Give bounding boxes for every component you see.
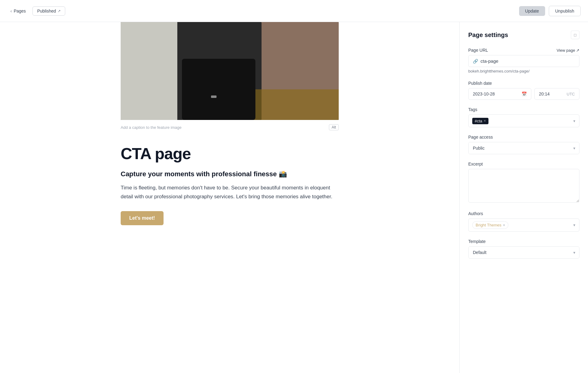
template-field-group: Template Default Custom ▾ — [468, 239, 579, 259]
tags-label: Tags — [468, 107, 579, 112]
sidebar-toggle-icon: □ — [574, 33, 576, 37]
sidebar-title: Page settings — [468, 32, 508, 39]
authors-dropdown[interactable]: Bright Themes × ▾ — [468, 218, 579, 232]
date-input[interactable] — [473, 91, 519, 96]
pages-label: Pages — [14, 9, 26, 13]
feature-image-container: Add a caption to the feature image Alt — [121, 22, 339, 133]
page-access-select-wrapper: Public Members only Paid members only ▾ — [468, 142, 579, 154]
page-url-field-group: Page URL View page ↗ 🔗 bokeh.brighttheme… — [468, 48, 579, 73]
svg-rect-6 — [121, 22, 177, 120]
pages-back-button[interactable]: ‹ Pages — [7, 7, 29, 15]
page-access-select[interactable]: Public Members only Paid members only — [469, 142, 579, 154]
time-input[interactable] — [539, 91, 564, 96]
page-body-text: Time is fleeting, but memories don't hav… — [121, 184, 339, 201]
caption-text: Add a caption to the feature image — [121, 125, 182, 130]
authors-label: Authors — [468, 211, 579, 216]
update-button[interactable]: Update — [519, 6, 545, 16]
page-url-label: Page URL — [468, 48, 488, 53]
svg-rect-7 — [243, 89, 339, 120]
tag-remove-button[interactable]: × — [484, 119, 486, 123]
time-input-wrapper[interactable]: UTC — [534, 88, 579, 100]
published-badge[interactable]: Published ↗ — [32, 6, 65, 16]
link-icon: 🔗 — [473, 59, 478, 64]
tags-field-group: Tags #cta × ▾ — [468, 107, 579, 127]
caption-bar: Add a caption to the feature image Alt — [121, 122, 339, 133]
publish-date-label: Publish date — [468, 81, 579, 86]
page-subtitle: Capture your moments with professional f… — [121, 170, 339, 179]
url-input[interactable] — [481, 58, 575, 64]
tags-dropdown[interactable]: #cta × ▾ — [468, 114, 579, 127]
author-chip: Bright Themes × — [472, 221, 508, 229]
excerpt-label: Excerpt — [468, 162, 579, 166]
sidebar-collapse-button[interactable]: □ — [571, 31, 579, 39]
chevron-left-icon: ‹ — [10, 9, 12, 13]
page-access-field-group: Page access Public Members only Paid mem… — [468, 135, 579, 154]
cta-button[interactable]: Let's meet! — [121, 211, 164, 225]
template-label: Template — [468, 239, 579, 244]
svg-rect-9 — [211, 95, 217, 98]
topbar: ‹ Pages Published ↗ Update Unpublish — [0, 0, 588, 22]
view-page-label: View page — [557, 48, 575, 53]
template-select[interactable]: Default Custom — [469, 247, 579, 258]
photographer-svg — [121, 22, 339, 120]
date-input-wrapper[interactable]: 📅 — [468, 88, 531, 100]
view-page-link[interactable]: View page ↗ — [557, 48, 579, 53]
page-access-label: Page access — [468, 135, 579, 140]
calendar-icon[interactable]: 📅 — [522, 91, 527, 96]
svg-rect-8 — [182, 59, 255, 120]
feature-image[interactable] — [121, 22, 339, 120]
sidebar: Page settings □ Page URL View page ↗ 🔗 b… — [459, 22, 588, 373]
view-page-arrow-icon: ↗ — [576, 48, 579, 53]
authors-inner: Bright Themes × — [472, 221, 508, 229]
author-remove-button[interactable]: × — [503, 223, 505, 227]
tag-value: #cta — [475, 119, 482, 123]
page-body: CTA page Capture your moments with profe… — [121, 133, 339, 225]
author-value: Bright Themes — [476, 223, 501, 227]
sidebar-header: Page settings □ — [468, 31, 579, 39]
url-input-wrapper[interactable]: 🔗 — [468, 55, 579, 67]
published-label: Published — [37, 9, 56, 13]
alt-badge[interactable]: Alt — [329, 124, 339, 130]
authors-field-group: Authors Bright Themes × ▾ — [468, 211, 579, 232]
authors-chevron-icon: ▾ — [573, 223, 575, 227]
utc-label: UTC — [567, 92, 575, 96]
excerpt-textarea[interactable] — [468, 169, 579, 203]
tags-inner: #cta × — [472, 118, 488, 124]
content-area: Add a caption to the feature image Alt C… — [0, 22, 459, 373]
url-display: bokeh.brightthemes.com/cta-page/ — [468, 69, 579, 73]
excerpt-field-group: Excerpt — [468, 162, 579, 204]
template-select-wrapper: Default Custom ▾ — [468, 246, 579, 259]
external-link-icon: ↗ — [58, 9, 61, 13]
publish-date-field-group: Publish date 📅 UTC — [468, 81, 579, 100]
tags-chevron-icon: ▾ — [573, 119, 575, 123]
unpublish-button[interactable]: Unpublish — [549, 6, 581, 16]
date-time-row: 📅 UTC — [468, 88, 579, 100]
page-title: CTA page — [121, 145, 339, 162]
tag-chip: #cta × — [472, 118, 488, 124]
main-layout: Add a caption to the feature image Alt C… — [0, 22, 588, 373]
